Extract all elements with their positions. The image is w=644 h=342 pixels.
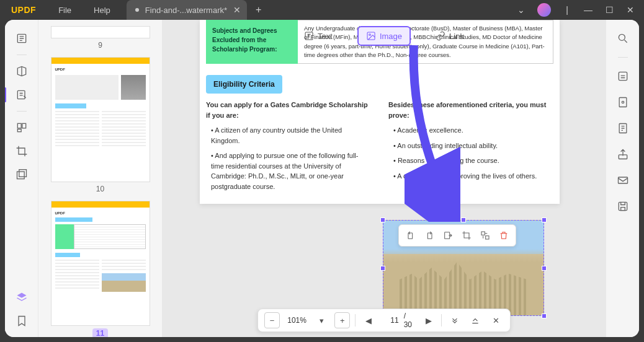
comment-tool-icon[interactable]: [14, 64, 29, 79]
thumbnail-panel[interactable]: 9 UPDF 10 UPDF: [38, 20, 163, 337]
resize-handle-mr[interactable]: [542, 266, 547, 271]
zoom-out-icon[interactable]: −: [264, 312, 280, 328]
rotate-right-icon[interactable]: [421, 227, 437, 243]
thumbnail-page-10[interactable]: UPDF 10: [38, 57, 162, 193]
rail-separator: [17, 55, 27, 55]
resize-handle-br[interactable]: [542, 314, 547, 318]
svg-point-9: [369, 34, 371, 36]
app-logo: UPDF: [0, 5, 47, 15]
next-page-icon[interactable]: ▶: [421, 312, 436, 328]
link-mode-button[interactable]: Link: [428, 26, 472, 46]
chevron-down-icon[interactable]: ⌄: [516, 5, 526, 15]
reader-tool-icon[interactable]: [14, 31, 29, 46]
search-icon[interactable]: [615, 31, 630, 46]
prove-bullet-4: • A commitment to improving the lives of…: [388, 171, 553, 182]
bookmark-icon[interactable]: [14, 314, 29, 328]
thumb-number: 10: [96, 185, 104, 193]
zoom-dropdown-icon[interactable]: ▾: [314, 312, 329, 328]
svg-rect-3: [22, 123, 25, 128]
save-icon[interactable]: [615, 199, 630, 214]
svg-point-18: [622, 101, 624, 103]
protect-icon[interactable]: [615, 95, 630, 110]
apply-bullet-2: • And applying to pursue one of the foll…: [206, 151, 371, 191]
image-context-toolbar: [398, 224, 516, 247]
divider-icon: |: [562, 5, 572, 15]
thumbnail-page-11[interactable]: UPDF 11: [38, 201, 162, 337]
eligibility-chip: Eligibility Criteria: [206, 75, 282, 94]
zoom-in-icon[interactable]: +: [334, 312, 350, 328]
user-avatar[interactable]: [537, 3, 551, 17]
prev-page-icon[interactable]: ◀: [360, 312, 376, 328]
share-icon[interactable]: [615, 147, 630, 162]
delete-image-icon[interactable]: [496, 227, 512, 243]
organize-tool-icon[interactable]: [14, 120, 29, 135]
svg-rect-14: [486, 236, 489, 239]
svg-rect-21: [618, 177, 627, 183]
menu-help[interactable]: Help: [83, 0, 122, 20]
form-icon[interactable]: [615, 121, 630, 136]
page-number-input[interactable]: [382, 316, 399, 325]
thumb-number: 9: [98, 41, 102, 50]
crop-tool-icon[interactable]: [14, 144, 29, 159]
apply-intro: You can apply for a Gates Cambridge Scho…: [206, 100, 371, 120]
resize-handle-ml[interactable]: [380, 266, 385, 271]
svg-rect-4: [17, 129, 21, 132]
extract-icon[interactable]: [440, 227, 456, 243]
email-icon[interactable]: [615, 173, 630, 188]
image-mode-button[interactable]: Image: [357, 26, 411, 46]
svg-point-15: [619, 34, 625, 40]
svg-rect-10: [408, 233, 413, 239]
resize-handle-tl[interactable]: [380, 217, 385, 222]
svg-rect-16: [619, 72, 627, 80]
bottom-nav-bar: − 101% ▾ + ◀ / 30 ▶ ✕: [257, 309, 511, 332]
main-workspace: 9 UPDF 10 UPDF: [5, 20, 639, 337]
page-view: Subjects and Degrees Excluded from the S…: [200, 20, 560, 204]
window-controls: ⌄ | — ☐ ✕: [516, 3, 644, 17]
document-tab[interactable]: Find-and-...watermark* ✕: [127, 0, 247, 20]
thumbnail-page-9[interactable]: 9: [38, 26, 162, 50]
prove-intro: Besides these aforementioned criteria, y…: [388, 100, 553, 120]
tab-modified-dot-icon: [135, 8, 139, 12]
edit-tool-icon[interactable]: [14, 87, 29, 102]
thumb-number: 11: [92, 328, 108, 337]
svg-rect-13: [481, 232, 485, 235]
menu-file[interactable]: File: [47, 0, 83, 20]
document-canvas[interactable]: Text Image Link Subjects and Degrees Exc…: [163, 20, 606, 337]
apply-bullet-1: • A citizen of any country outside the U…: [206, 125, 371, 146]
ocr-icon[interactable]: [615, 69, 630, 84]
resize-handle-tr[interactable]: [542, 217, 547, 222]
resize-handle-tm[interactable]: [461, 217, 466, 222]
tab-close-icon[interactable]: ✕: [233, 5, 241, 15]
redact-tool-icon[interactable]: [14, 167, 29, 182]
text-mode-button[interactable]: Text: [297, 26, 340, 46]
scroll-up-icon[interactable]: [468, 312, 483, 328]
rail-separator: [618, 57, 628, 58]
rail-separator: [17, 111, 27, 112]
link-icon: [436, 31, 445, 41]
right-tool-rail: [606, 20, 639, 337]
left-tool-rail: [5, 20, 38, 337]
image-mode-label: Image: [380, 32, 402, 41]
svg-rect-22: [619, 202, 627, 210]
link-mode-label: Link: [449, 32, 464, 41]
prove-bullet-3: • Reasons for choosing the course.: [388, 156, 553, 166]
tab-title: Find-and-...watermark*: [145, 6, 227, 15]
maximize-icon[interactable]: ☐: [604, 5, 614, 15]
svg-rect-1: [17, 90, 25, 99]
layers-icon[interactable]: [14, 290, 29, 305]
edit-mode-toolbar: Text Image Link: [297, 26, 472, 46]
page-total: / 30: [404, 312, 416, 329]
titlebar: UPDF File Help Find-and-...watermark* ✕ …: [0, 0, 644, 20]
rotate-left-icon[interactable]: [403, 227, 419, 243]
replace-image-icon[interactable]: [477, 227, 493, 243]
close-nav-icon[interactable]: ✕: [488, 312, 504, 328]
svg-rect-2: [17, 123, 21, 128]
new-tab-button[interactable]: +: [247, 4, 270, 15]
close-window-icon[interactable]: ✕: [625, 5, 635, 15]
crop-image-icon[interactable]: [458, 227, 475, 243]
minimize-icon[interactable]: —: [583, 5, 593, 15]
scroll-down-icon[interactable]: [447, 312, 462, 328]
nav-separator: [355, 314, 356, 327]
svg-rect-5: [17, 172, 24, 179]
svg-rect-6: [19, 170, 26, 177]
